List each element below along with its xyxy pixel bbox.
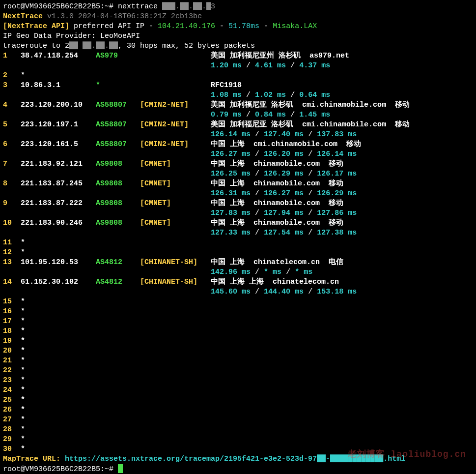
hop-number: 26 (3, 406, 21, 414)
hop-number: 13 (3, 258, 21, 267)
hop-rtt-3: 153.18 ms (317, 288, 357, 296)
hop-rtt-3: * ms (295, 268, 312, 276)
hop-number: 10 (3, 219, 21, 227)
indent (3, 130, 211, 139)
hop-rtt-2: 126.27 ms (264, 189, 304, 198)
hop-timeout: * (21, 347, 25, 355)
hop-timeout: * (21, 337, 25, 345)
sep: / (251, 268, 264, 276)
hop-location: 中国 上海 chinamobile.com 移动 (211, 219, 343, 227)
hop-location: 中国 上海 chinatelecom.cn 电信 (211, 258, 343, 267)
trace-header-tail: , 30 hops max, 52 bytes packets (118, 42, 255, 50)
hop-network (140, 81, 211, 89)
hop-number: 28 (3, 425, 21, 434)
hop-rtt-3: 126.14 ms (317, 150, 357, 158)
hop-number: 9 (3, 199, 21, 207)
indent (3, 189, 211, 198)
hop-location: 中国 上海 cmi.chinamobile.com 移动 (211, 140, 361, 148)
hop-timeout: * (21, 356, 25, 365)
hop-network: [CHINANET-SH] (140, 258, 211, 267)
hop-timeout: * (21, 396, 25, 404)
terminal-output[interactable]: root@VM936625B6C2B22B5:~# nexttrace ███.… (0, 0, 476, 474)
hop-rtt-3: 4.37 ms (299, 61, 330, 70)
hop-asn: AS9808 (96, 219, 140, 227)
indent (3, 91, 211, 99)
hop-asn: AS9808 (96, 179, 140, 188)
hop-rtt-1: 126.14 ms (211, 130, 251, 139)
sep: / (304, 288, 317, 296)
hop-network: [CMNET] (140, 199, 211, 207)
hop-location: 美国 加利福尼亚州 洛杉矶 as979.net (211, 52, 349, 60)
indent (3, 150, 211, 158)
hop-rtt-3: 126.17 ms (317, 170, 357, 178)
command-text: nexttrace (118, 2, 162, 11)
hop-network: [CHINANET-SH] (140, 278, 211, 286)
hop-asn: AS4812 (96, 258, 140, 267)
hop-location: 美国 加利福尼亚 洛杉矶 cmi.chinamobile.com 移动 (211, 120, 410, 129)
indent (3, 170, 211, 178)
hop-number: 17 (3, 317, 21, 326)
hop-rtt-2: 127.40 ms (264, 130, 304, 139)
hop-location: 美国 加利福尼亚 洛杉矶 cmi.chinamobile.com 移动 (211, 101, 410, 109)
hop-rtt-3: 127.86 ms (317, 209, 357, 217)
hop-number: 7 (3, 160, 21, 168)
indent (3, 268, 211, 276)
hop-timeout: * (21, 248, 25, 257)
sep: / (242, 91, 255, 99)
hop-timeout: * (21, 445, 25, 453)
hop-ip: 61.152.30.102 (21, 278, 96, 286)
hop-rtt-2: 126.20 ms (264, 150, 304, 158)
hop-rtt-1: 1.08 ms (211, 91, 242, 99)
hop-number: 6 (3, 140, 21, 148)
sep: / (242, 61, 255, 70)
hop-number: 12 (3, 248, 21, 257)
hop-rtt-2: 1.02 ms (255, 91, 286, 99)
hop-timeout: * (21, 71, 25, 80)
maptrace-url[interactable]: https://assets.nxtrace.org/tracemap/2195… (65, 455, 405, 463)
hop-number: 8 (3, 179, 21, 188)
sep: / (286, 91, 299, 99)
hop-rtt-2: 4.61 ms (255, 61, 286, 70)
hop-rtt-2: * ms (264, 268, 281, 276)
hop-ip: 221.183.87.222 (21, 199, 96, 207)
sep: / (281, 268, 295, 276)
sep: / (242, 111, 255, 119)
indent (3, 111, 211, 119)
sep: / (286, 111, 299, 119)
hop-timeout: * (21, 415, 25, 424)
hop-number: 19 (3, 337, 21, 345)
geo-provider: IP Geo Data Provider: LeoMoeAPI (3, 32, 140, 40)
sep: / (304, 229, 317, 237)
shell-prompt: root@VM936625B6C2B22B5:~# (3, 465, 118, 474)
hop-rtt-3: 127.38 ms (317, 229, 357, 237)
hop-rtt-1: 126.31 ms (211, 189, 251, 198)
hop-rtt-2: 144.40 ms (264, 288, 304, 296)
hop-number: 27 (3, 415, 21, 424)
command-target-redacted: ███.██.██.█3 (162, 2, 215, 11)
hop-number: 29 (3, 435, 21, 444)
shell-prompt: root@VM936625B6C2B22B5:~# (3, 2, 118, 11)
hop-ip: 101.95.120.53 (21, 258, 96, 267)
hop-timeout: * (21, 238, 25, 247)
hop-rtt-1: 0.79 ms (211, 111, 242, 119)
hop-number: 18 (3, 327, 21, 335)
hop-timeout: * (21, 406, 25, 414)
hop-rtt-1: 126.25 ms (211, 170, 251, 178)
hop-rtt-1: 142.96 ms (211, 268, 251, 276)
sep: / (304, 150, 317, 158)
hop-rtt-2: 127.54 ms (264, 229, 304, 237)
hop-ip: 221.183.87.245 (21, 179, 96, 188)
sep: / (304, 170, 317, 178)
api-text: preferred API IP - (69, 22, 158, 30)
hop-number: 3 (3, 81, 21, 89)
hop-asn: AS4812 (96, 278, 140, 286)
hop-location: 中国 上海 chinamobile.com 移动 (211, 199, 343, 207)
sep: - (259, 22, 273, 30)
hop-rtt-1: 145.60 ms (211, 288, 251, 296)
hop-location: RFC1918 (211, 81, 242, 89)
hop-number: 15 (3, 297, 21, 306)
cursor[interactable] (118, 464, 123, 473)
hop-rtt-1: 127.83 ms (211, 209, 251, 217)
hop-ip: 221.183.90.246 (21, 219, 96, 227)
hop-network: [CMNET] (140, 179, 211, 188)
